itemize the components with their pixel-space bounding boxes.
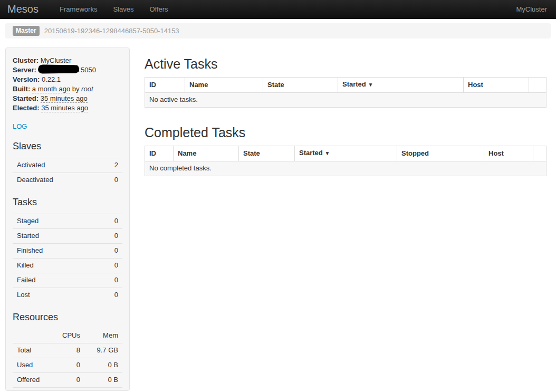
completed-tasks-table: ID Name State Started ▼ Stopped Host No … [145, 146, 547, 176]
table-row: Total 8 9.7 GB [13, 343, 122, 358]
resources-offered-label: Offered [13, 373, 54, 388]
active-tasks-table: ID Name State Started ▼ Host No active t… [145, 77, 547, 108]
active-col-state[interactable]: State [263, 78, 338, 93]
redacted-server-address [38, 65, 79, 73]
active-col-name[interactable]: Name [185, 78, 263, 93]
active-col-id[interactable]: ID [145, 78, 185, 93]
table-row: Started 0 [13, 229, 122, 244]
navbar: Mesos Frameworks Slaves Offers MyCluster [0, 0, 556, 19]
tasks-killed-label: Killed [13, 259, 93, 273]
tasks-staged-label: Staged [13, 214, 93, 229]
table-row: Lost 0 [13, 288, 122, 303]
table-row: Idle 8 9.7 GB [13, 388, 122, 392]
cluster-label: Cluster: [13, 56, 39, 64]
empty-row: No active tasks. [145, 93, 547, 108]
completed-col-state[interactable]: State [239, 146, 295, 161]
active-col-started-label: Started [342, 80, 366, 88]
completed-col-id[interactable]: ID [145, 146, 174, 161]
info-server: Server: :5050 [13, 65, 122, 75]
active-col-started[interactable]: Started ▼ [338, 78, 464, 93]
resources-section-title: Resources [13, 311, 122, 323]
resources-total-label: Total [13, 343, 54, 358]
slaves-activated-label: Activated [13, 158, 99, 173]
empty-row: No completed tasks. [145, 161, 547, 176]
info-elected: Elected: 35 minutes ago [13, 103, 122, 113]
slaves-table: Activated 2 Deactivated 0 [13, 158, 122, 187]
page-body: Cluster: MyCluster Server: :5050 Version… [0, 47, 556, 391]
table-header-row: ID Name State Started ▼ Stopped Host [145, 146, 547, 161]
completed-tasks-empty-message: No completed tasks. [145, 161, 547, 176]
resources-used-cpus: 0 [54, 358, 84, 373]
tasks-section-title: Tasks [13, 196, 122, 208]
completed-col-started-label: Started [299, 149, 323, 157]
master-id-text: 20150619-192346-1298446857-5050-14153 [44, 26, 179, 36]
active-col-actions [529, 78, 547, 93]
tasks-failed-label: Failed [13, 273, 93, 288]
nav-item-offers[interactable]: Offers [141, 5, 176, 14]
slaves-activated-value: 2 [99, 158, 122, 173]
completed-col-stopped[interactable]: Stopped [397, 146, 484, 161]
active-tasks-empty-message: No active tasks. [145, 93, 547, 108]
completed-col-name[interactable]: Name [174, 146, 239, 161]
table-row: Staged 0 [13, 214, 122, 229]
breadcrumb: Master 20150619-192346-1298446857-5050-1… [5, 23, 551, 39]
info-started: Started: 35 minutes ago [13, 94, 122, 103]
nav-menu: Frameworks Slaves Offers [52, 5, 176, 14]
master-badge: Master [13, 26, 40, 36]
version-label: Version: [13, 75, 40, 83]
nav-item-frameworks[interactable]: Frameworks [52, 5, 106, 14]
table-row: Offered 0 0 B [13, 373, 122, 388]
table-row: Failed 0 [13, 273, 122, 288]
tasks-killed-value: 0 [93, 259, 122, 273]
info-built: Built: a month ago by root [13, 84, 122, 94]
info-cluster: Cluster: MyCluster [13, 56, 122, 65]
resources-total-cpus: 8 [54, 343, 84, 358]
resources-used-label: Used [13, 358, 54, 373]
tasks-finished-value: 0 [93, 244, 122, 259]
completed-col-actions [533, 146, 547, 161]
table-header-row: ID Name State Started ▼ Host [145, 78, 547, 93]
resources-offered-cpus: 0 [54, 373, 84, 388]
version-value: 0.22.1 [42, 75, 61, 83]
nav-item-slaves[interactable]: Slaves [105, 5, 141, 14]
resources-idle-label: Idle [13, 388, 54, 392]
resources-idle-cpus: 8 [54, 388, 84, 392]
tasks-lost-value: 0 [93, 288, 122, 303]
main-content: Active Tasks ID Name State Started ▼ Hos… [145, 47, 547, 176]
resources-mem-header: Mem [84, 329, 122, 343]
elected-label: Elected: [13, 104, 40, 112]
brand-link[interactable]: Mesos [0, 4, 52, 15]
started-time: 35 minutes ago [41, 94, 88, 103]
completed-col-host[interactable]: Host [484, 146, 533, 161]
server-port: :5050 [79, 66, 96, 74]
server-label: Server: [13, 66, 36, 74]
cluster-value: MyCluster [41, 56, 72, 64]
completed-col-started[interactable]: Started ▼ [295, 146, 397, 161]
table-row: Activated 2 [13, 158, 122, 173]
built-user: root [81, 85, 93, 93]
table-row: CPUs Mem [13, 329, 122, 343]
started-label: Started: [13, 94, 39, 102]
tasks-started-value: 0 [93, 229, 122, 244]
resources-offered-mem: 0 B [84, 373, 122, 388]
log-link[interactable]: LOG [13, 122, 27, 131]
elected-time: 35 minutes ago [41, 104, 88, 112]
active-col-host[interactable]: Host [464, 78, 529, 93]
cluster-info: Cluster: MyCluster Server: :5050 Version… [13, 56, 122, 113]
table-row: Used 0 0 B [13, 358, 122, 373]
completed-tasks-title: Completed Tasks [145, 125, 547, 141]
resources-table: CPUs Mem Total 8 9.7 GB Used 0 0 B Offer… [13, 329, 122, 392]
sort-desc-icon: ▼ [324, 150, 330, 156]
slaves-section-title: Slaves [13, 140, 122, 152]
resources-used-mem: 0 B [84, 358, 122, 373]
table-row: Killed 0 [13, 259, 122, 273]
sidebar-panel: Cluster: MyCluster Server: :5050 Version… [5, 47, 130, 391]
table-row: Finished 0 [13, 244, 122, 259]
sort-desc-icon: ▼ [368, 82, 373, 88]
slaves-deactivated-label: Deactivated [13, 173, 99, 188]
slaves-deactivated-value: 0 [99, 173, 122, 188]
tasks-staged-value: 0 [93, 214, 122, 229]
tasks-table: Staged 0 Started 0 Finished 0 Killed 0 F… [13, 214, 122, 302]
resources-empty-header [13, 329, 54, 343]
info-version: Version: 0.22.1 [13, 75, 122, 84]
